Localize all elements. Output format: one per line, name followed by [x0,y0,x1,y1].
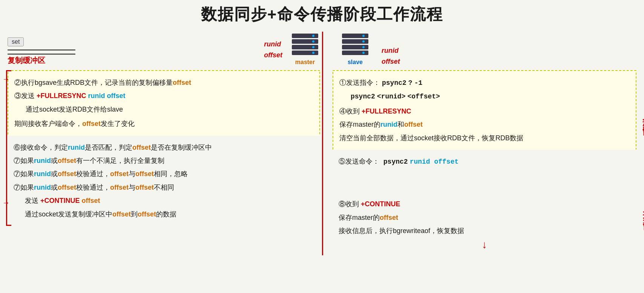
svg-point-12 [362,35,365,37]
right-full-sync-block: ①发送指令： psync2 ? -1 psync2 <runid> <offse… [333,70,636,150]
master-label: master [295,59,315,66]
left-arrow: → [2,75,10,83]
left-line-3: ③发送 +FULLRESYNC runid offset [14,90,313,102]
svg-point-4 [312,35,314,37]
right-line-1a: ①发送指令： psync2 ? -1 [339,77,630,89]
right-line-8c: 接收信息后，执行bgrewriteaof，恢复数据 [339,225,630,237]
right-line-4a: ④收到 +FULLRESYNC [339,105,630,117]
bottom-red-arrow: ↓ [339,239,630,251]
right-partial-sync-block: ⑤发送命令： psync2 runid offset ⑧收到 +CONTINUE… [333,150,636,255]
left-column: set 复制缓冲区 runid offset [8,32,322,255]
buffer-line-2 [8,54,75,55]
right-offset: offset [382,58,400,66]
main-container: 数据同步+命令传播阶段工作流程 set 复制缓冲区 runid [0,0,644,293]
right-line-8a: ⑧收到 +CONTINUE [339,198,630,210]
right-runid-offset: runid offset [382,47,400,66]
left-line-2: ②执行bgsave生成RDB文件，记录当前的复制偏移量offset [14,77,313,89]
full-label: 全量复制 [640,106,644,121]
left-line-6: ⑥接收命令，判定runid是否匹配，判定offset是否在复制缓冲区中 [14,141,314,153]
full-label-area: 全量复制 [638,66,644,161]
page-title: 数据同步+命令传播阶段工作流程 [8,4,636,25]
left-partial-sync-block: ⑥接收命令，判定runid是否匹配，判定offset是否在复制缓冲区中 ⑦如果r… [8,136,320,226]
left-line-7c: ⑦如果runid或offset校验通过，offset与offset不相同 [14,181,314,193]
right-column: slave runid offset ①发送指令： psync2 ? -1 ps… [322,32,636,255]
buffer-label: 复制缓冲区 [8,55,45,66]
partial-label: 部分复制 [641,201,644,216]
left-offset: offset [264,51,282,59]
master-server-icon [290,32,320,58]
left-partial-wrapper: → ⑥接收命令，判定runid是否匹配，判定offset是否在复制缓冲区中 ⑦如… [8,136,320,226]
buffer-line-1 [8,49,75,51]
right-line-4b: 保存master的runid和offset [339,118,630,130]
left-header-row: set 复制缓冲区 runid offset [8,32,320,68]
right-vertical-labels: 全量复制 部分复制 [638,66,644,255]
content-panels: set 复制缓冲区 runid offset [8,32,636,255]
left-runid: runid [264,40,282,48]
left-runid-offset: runid offset [264,40,282,59]
left-server-group: runid offset [260,32,320,66]
right-runid: runid [382,47,400,55]
right-line-5: ⑤发送命令： psync2 runid offset [339,155,630,168]
slave-server-group: slave [340,32,370,66]
svg-point-13 [362,40,365,43]
svg-point-15 [362,52,365,54]
right-header-row: slave runid offset [333,32,636,68]
left-line-4: 期间接收客户端命令，offset发生了变化 [14,118,313,130]
set-button-area: set 复制缓冲区 [8,34,75,66]
svg-point-5 [312,40,314,43]
buffer-lines [8,49,75,55]
master-server-group: master [290,32,320,66]
left-full-sync-wrapper: → ②执行bgsave生成RDB文件，记录当前的复制偏移量offset ③发送 … [8,70,320,136]
left-line-7c2: 发送 +CONTINUE offset [14,195,314,207]
left-line-3b: 通过socket发送RDB文件给slave [14,103,313,115]
right-line-4c: 清空当前全部数据，通过socket接收RDB文件，恢复RDB数据 [339,132,630,144]
left-bracket-top [6,70,11,71]
left-bracket-line2 [6,136,7,226]
left-line-7a: ⑦如果runid或offset有一个不满足，执行全量复制 [14,155,314,167]
svg-point-6 [312,46,314,48]
vertical-divider [322,32,323,255]
left-bracket-bottom [6,225,11,226]
left-line-7c3: 通过socket发送复制缓冲区中offset到offset的数据 [14,208,314,220]
left-full-sync-block: ②执行bgsave生成RDB文件，记录当前的复制偏移量offset ③发送 +F… [8,70,320,136]
right-line-8b: 保存master的offset [339,212,630,224]
right-line-1b: psync2 <runid> <offset> [339,90,630,103]
slave-server-icon [340,32,370,58]
left-line-7b: ⑦如果runid或offset校验通过，offset与offset相同，忽略 [14,168,314,180]
svg-point-14 [362,46,365,48]
partial-label-area: 部分复制 [638,161,644,255]
svg-point-7 [312,52,314,54]
slave-label: slave [348,59,363,66]
set-button[interactable]: set [8,37,24,46]
left-arrow2: → [2,198,10,207]
